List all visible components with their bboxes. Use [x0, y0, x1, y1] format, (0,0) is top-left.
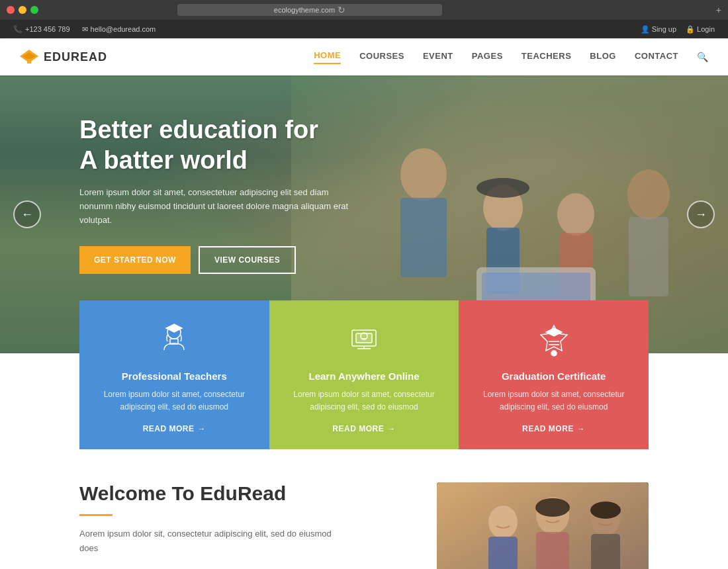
lock-icon: 🔒 [686, 25, 695, 34]
nav-home[interactable]: HOME [314, 50, 341, 64]
hero-subtitle: Lorem ipsum dolor sit amet, consectetuer… [79, 186, 357, 227]
email-contact: ✉ hello@eduread.com [82, 25, 156, 34]
top-bar: 📞 +123 456 789 ✉ hello@eduread.com 👤 Sin… [0, 20, 728, 38]
topbar-right: 👤 Sing up 🔒 Login [641, 25, 715, 34]
address-bar[interactable]: ecologytheme.com ↻ [177, 4, 442, 16]
feature-title-1: Professional Teachers [95, 371, 253, 382]
search-icon[interactable]: 🔍 [697, 52, 708, 62]
hero-title: Better education for A batter world [79, 115, 702, 175]
main-nav: HOME COURSES EVENT PAGES TEACHERS BLOG C… [314, 50, 708, 64]
logo[interactable]: EDUREAD [20, 50, 107, 64]
nav-courses[interactable]: COURSES [359, 51, 404, 64]
feature-card-teachers: Professional Teachers Lorem ipsum dolor … [79, 300, 269, 449]
arrow-left-icon: ← [21, 208, 33, 222]
teacher-icon [154, 320, 194, 360]
feature-title-2: Learn Anywhere Online [285, 371, 443, 382]
nav-pages[interactable]: PAGES [472, 51, 503, 64]
browser-chrome: ecologytheme.com ↻ + [0, 0, 728, 20]
svg-point-34 [535, 498, 570, 517]
welcome-people-svg [437, 482, 649, 569]
arrow-right-icon: → [695, 208, 707, 222]
email-address: hello@eduread.com [91, 25, 156, 33]
feature-desc-2: Lorem ipsum dolor sit amet, consectetur … [285, 388, 443, 414]
feature-link-2[interactable]: READ MORE → [285, 424, 443, 433]
svg-rect-19 [356, 333, 372, 343]
browser-close-button[interactable] [7, 6, 15, 14]
feature-desc-1: Lorem ipsum dolor sit amet, consectetur … [95, 388, 253, 414]
welcome-image [437, 482, 649, 569]
view-courses-button[interactable]: VIEW COURSES [199, 246, 296, 274]
user-icon: 👤 [641, 25, 650, 34]
login-link[interactable]: 🔒 Login [686, 25, 715, 34]
welcome-section: Welcome To EduRead Aorem ipsum dolor sit… [0, 449, 728, 569]
new-tab-button[interactable]: + [716, 5, 721, 15]
phone-contact: 📞 +123 456 789 [13, 25, 70, 34]
hero-next-arrow[interactable]: → [687, 200, 715, 228]
browser-minimize-button[interactable] [19, 6, 26, 14]
url-text: ecologytheme.com [274, 6, 335, 14]
welcome-text: Welcome To EduRead Aorem ipsum dolor sit… [79, 482, 351, 569]
feature-link-1[interactable]: READ MORE → [95, 424, 253, 433]
signup-link[interactable]: 👤 Sing up [641, 25, 676, 34]
welcome-title: Welcome To EduRead [79, 482, 351, 505]
logo-icon [20, 50, 38, 64]
hero-buttons: GET STARTED NOW VIEW COURSES [79, 246, 702, 274]
feature-card-online: Learn Anywhere Online Lorem ipsum dolor … [269, 300, 459, 449]
svg-rect-33 [591, 534, 620, 569]
nav-blog[interactable]: BLOG [590, 51, 616, 64]
svg-rect-31 [536, 532, 569, 569]
hero-content: Better education for A batter world Lore… [0, 75, 728, 294]
svg-point-28 [488, 505, 518, 539]
nav-contact[interactable]: CONTACT [635, 51, 678, 64]
browser-maximize-button[interactable] [30, 6, 38, 14]
welcome-divider [79, 514, 113, 516]
online-icon [344, 320, 384, 360]
arrow-right-icon-3: → [577, 424, 586, 433]
header: EDUREAD HOME COURSES EVENT PAGES TEACHER… [0, 38, 728, 75]
refresh-icon[interactable]: ↻ [338, 5, 345, 15]
feature-card-certificate: Graduation Certificate Lorem ipsum dolor… [459, 300, 649, 449]
phone-number: +123 456 789 [25, 25, 70, 33]
svg-marker-17 [166, 324, 182, 332]
svg-point-25 [551, 351, 557, 356]
logo-text: EDUREAD [44, 50, 107, 64]
nav-teachers[interactable]: TEACHERS [522, 51, 572, 64]
features-section: Professional Teachers Lorem ipsum dolor … [79, 300, 649, 449]
feature-desc-3: Lorem ipsum dolor sit amet, consectetur … [475, 388, 633, 414]
get-started-button[interactable]: GET STARTED NOW [79, 246, 191, 274]
feature-link-3[interactable]: READ MORE → [475, 424, 633, 433]
welcome-image-area [377, 482, 649, 569]
svg-point-35 [590, 502, 621, 519]
welcome-desc: Aorem ipsum dolor sit, consectetur adipi… [79, 527, 351, 556]
feature-title-3: Graduation Certificate [475, 371, 633, 382]
arrow-right-icon-1: → [198, 424, 206, 433]
topbar-left: 📞 +123 456 789 ✉ hello@eduread.com [13, 25, 156, 34]
certificate-icon [534, 320, 574, 360]
svg-rect-2 [27, 59, 31, 64]
hero-prev-arrow[interactable]: ← [13, 200, 41, 228]
svg-rect-29 [488, 537, 518, 569]
svg-marker-24 [546, 328, 562, 336]
arrow-right-icon-2: → [387, 424, 396, 433]
email-icon: ✉ [82, 25, 88, 34]
phone-icon: 📞 [13, 25, 23, 34]
nav-event[interactable]: EVENT [423, 51, 453, 64]
